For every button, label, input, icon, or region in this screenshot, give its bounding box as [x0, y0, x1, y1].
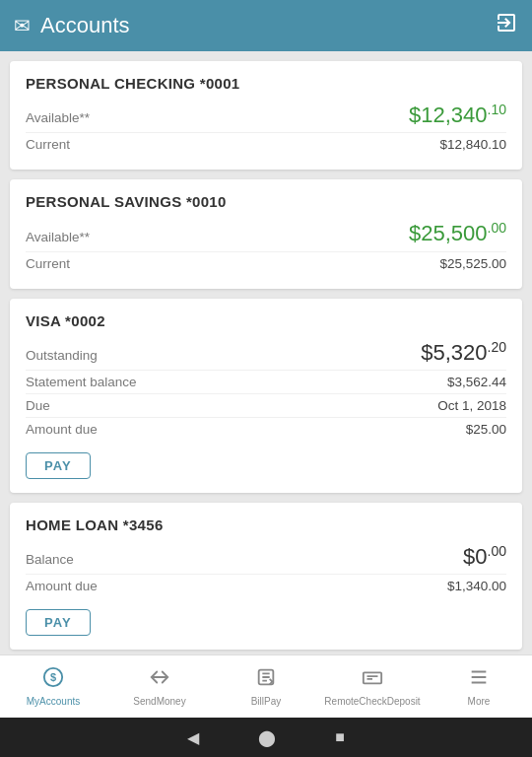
visa-due-value: Oct 1, 2018 — [437, 398, 506, 413]
nav-more-label: More — [468, 696, 491, 707]
visa-outstanding-label: Outstanding — [26, 348, 98, 363]
page-title: Accounts — [40, 13, 130, 38]
visa-amount-due-value: $25.00 — [466, 422, 506, 437]
savings-available-row: Available** $25,500.00 — [26, 220, 506, 251]
checking-current-value: $12,840.10 — [439, 137, 506, 152]
checking-available-row: Available** $12,340.10 — [26, 102, 506, 133]
savings-current-label: Current — [26, 256, 70, 271]
svg-text:$: $ — [50, 671, 56, 683]
visa-statement-label: Statement balance — [26, 375, 137, 389]
account-card-home-loan[interactable]: HOME LOAN *3456 Balance $0.00 Amount due… — [10, 503, 522, 650]
android-recents-button[interactable]: ■ — [335, 728, 345, 746]
nav-send-money[interactable]: SendMoney — [106, 655, 213, 718]
savings-available-label: Available** — [26, 230, 90, 244]
savings-current-row: Current $25,525.00 — [26, 256, 506, 275]
nav-remote-check-deposit[interactable]: RemoteCheckDeposit — [319, 655, 426, 718]
account-name-savings: PERSONAL SAVINGS *0010 — [26, 193, 506, 210]
more-icon — [468, 666, 490, 693]
checking-available-label: Available** — [26, 110, 90, 125]
home-loan-amount-due-row: Amount due $1,340.00 — [26, 579, 506, 597]
send-money-icon — [149, 666, 170, 693]
account-card-checking[interactable]: PERSONAL CHECKING *0001 Available** $12,… — [10, 61, 522, 170]
account-card-savings[interactable]: PERSONAL SAVINGS *0010 Available** $25,5… — [10, 179, 522, 288]
accounts-list: PERSONAL CHECKING *0001 Available** $12,… — [0, 51, 532, 654]
visa-due-row: Due Oct 1, 2018 — [26, 398, 506, 418]
nav-my-accounts[interactable]: $ MyAccounts — [0, 655, 106, 718]
nav-send-money-label: SendMoney — [133, 696, 185, 707]
savings-current-value: $25,525.00 — [439, 256, 506, 271]
home-loan-pay-button[interactable]: PAY — [26, 609, 91, 636]
account-card-visa[interactable]: VISA *0002 Outstanding $5,320.20 Stateme… — [10, 299, 522, 493]
android-back-button[interactable]: ◀ — [187, 728, 199, 747]
home-loan-balance-row: Balance $0.00 — [26, 543, 506, 575]
remote-check-deposit-icon — [362, 666, 383, 693]
home-loan-amount-due-value: $1,340.00 — [447, 579, 506, 593]
my-accounts-icon: $ — [42, 666, 64, 693]
checking-available-value: $12,340.10 — [409, 102, 506, 128]
header-left: ✉ Accounts — [14, 13, 130, 38]
home-loan-balance-value: $0.00 — [463, 543, 506, 570]
visa-amount-due-label: Amount due — [26, 422, 98, 437]
visa-outstanding-row: Outstanding $5,320.20 — [26, 339, 506, 371]
nav-bill-pay-label: BillPay — [251, 696, 282, 707]
bottom-nav: $ MyAccounts SendMoney BillPay — [0, 654, 532, 718]
account-name-home-loan: HOME LOAN *3456 — [26, 516, 506, 533]
bill-pay-icon — [255, 666, 277, 693]
nav-more[interactable]: More — [426, 655, 532, 718]
savings-available-value: $25,500.00 — [409, 220, 506, 246]
visa-pay-button[interactable]: PAY — [26, 452, 91, 479]
logout-icon[interactable] — [495, 11, 518, 40]
visa-amount-due-row: Amount due $25.00 — [26, 422, 506, 441]
visa-outstanding-value: $5,320.20 — [421, 339, 506, 366]
checking-current-label: Current — [26, 137, 70, 152]
visa-statement-row: Statement balance $3,562.44 — [26, 375, 506, 394]
visa-due-label: Due — [26, 398, 50, 413]
header: ✉ Accounts — [0, 0, 532, 51]
home-loan-balance-label: Balance — [26, 552, 74, 567]
home-loan-amount-due-label: Amount due — [26, 579, 98, 593]
nav-remote-check-deposit-label: RemoteCheckDeposit — [324, 696, 420, 707]
android-nav-bar: ◀ ⬤ ■ — [0, 718, 532, 757]
nav-bill-pay[interactable]: BillPay — [213, 655, 319, 718]
account-name-visa: VISA *0002 — [26, 312, 506, 329]
account-name-checking: PERSONAL CHECKING *0001 — [26, 75, 506, 92]
nav-my-accounts-label: MyAccounts — [27, 696, 80, 707]
visa-statement-value: $3,562.44 — [447, 375, 506, 389]
envelope-icon: ✉ — [14, 14, 31, 37]
android-home-button[interactable]: ⬤ — [258, 728, 276, 747]
checking-current-row: Current $12,840.10 — [26, 137, 506, 156]
